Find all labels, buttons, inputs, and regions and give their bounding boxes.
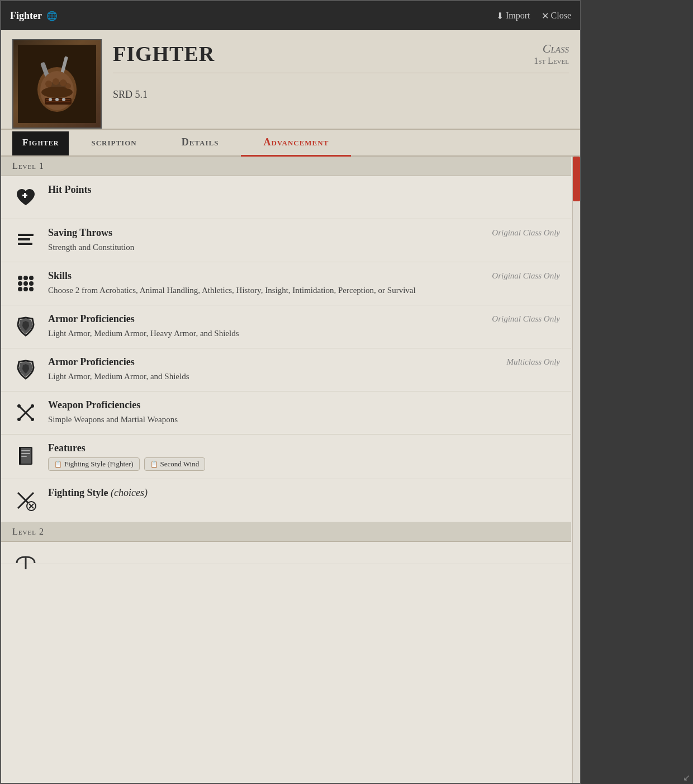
saving-throws-desc: Strength and Constitution: [48, 241, 560, 254]
feature-features: Features 📋 Fighting Style (Fighter) 📋 Se…: [1, 434, 571, 479]
fighting-style-choices-title-row: Fighting Style (choices): [48, 487, 560, 499]
title-bar-right: ⬇ Import ✕ Close: [496, 11, 571, 21]
features-book-icon: [12, 442, 39, 469]
svg-point-25: [23, 281, 28, 286]
svg-rect-38: [21, 450, 30, 451]
tab-description[interactable]: scription: [69, 130, 159, 157]
armor-original-title: Armor Proficiencies: [48, 313, 135, 325]
hit-points-title: Hit Points: [48, 184, 92, 196]
weapon-prof-content: Weapon Proficiencies Simple Weapons and …: [48, 399, 560, 426]
title-bar: Fighter 🌐 ⬇ Import ✕ Close: [1, 1, 580, 30]
feature-armor-original: Armor Proficiencies Original Class Only …: [1, 305, 571, 348]
import-button[interactable]: ⬇ Import: [496, 11, 530, 21]
tag-fighting-style[interactable]: 📋 Fighting Style (Fighter): [48, 457, 140, 471]
skills-content: Skills Original Class Only Choose 2 from…: [48, 270, 560, 297]
armor-multi-desc: Light Armor, Medium Armor, and Shields: [48, 370, 560, 383]
svg-rect-41: [19, 447, 21, 465]
armor-multi-title: Armor Proficiencies: [48, 356, 135, 368]
svg-point-9: [53, 78, 59, 85]
svg-point-28: [23, 287, 28, 291]
class-type-block: Class 1st Level: [534, 41, 569, 66]
armor-original-content: Armor Proficiencies Original Class Only …: [48, 313, 560, 340]
armor-original-desc: Light Armor, Medium Armor, Heavy Armor, …: [48, 327, 560, 340]
tab-fighter[interactable]: Fighter: [12, 131, 69, 155]
level-2-placeholder: [1, 542, 571, 564]
class-header: Fighter Class 1st Level SRD 5.1: [1, 30, 580, 130]
level-1-header: Level 1: [1, 157, 571, 176]
import-icon: ⬇: [496, 11, 504, 21]
tabs-bar: Fighter scription Details Advancement: [1, 130, 580, 157]
header-title-row: Fighter Class 1st Level: [113, 41, 569, 66]
skills-title-row: Skills Original Class Only: [48, 270, 560, 282]
svg-point-24: [18, 281, 22, 286]
scrollbar-thumb[interactable]: [573, 157, 580, 201]
svg-point-17: [62, 98, 65, 101]
features-title: Features: [48, 442, 86, 454]
feature-tags: 📋 Fighting Style (Fighter) 📋 Second Wind: [48, 457, 560, 471]
weapon-icon: [12, 399, 39, 426]
svg-rect-39: [21, 453, 30, 454]
feature-hit-points: Hit Points: [1, 176, 571, 219]
svg-rect-40: [21, 456, 27, 457]
svg-point-26: [29, 281, 34, 286]
window-title: Fighter: [10, 10, 42, 22]
svg-point-29: [29, 287, 34, 291]
tab-details[interactable]: Details: [159, 130, 241, 157]
svg-point-32: [17, 404, 21, 408]
scrollbar-track[interactable]: [572, 157, 580, 783]
tag-second-wind-icon: 📋: [150, 461, 158, 468]
main-window: Fighter 🌐 ⬇ Import ✕ Close: [0, 0, 581, 784]
skills-title: Skills: [48, 270, 72, 282]
fighting-style-choices-title: Fighting Style (choices): [48, 487, 148, 499]
hit-points-content: Hit Points: [48, 184, 560, 196]
class-name: Fighter: [113, 41, 215, 66]
svg-point-33: [31, 418, 34, 421]
close-button[interactable]: ✕ Close: [542, 11, 571, 21]
saving-throws-content: Saving Throws Original Class Only Streng…: [48, 227, 560, 254]
tag-fighting-style-icon: 📋: [54, 461, 62, 468]
svg-point-34: [31, 404, 34, 408]
portrait-image: [13, 40, 101, 127]
globe-icon: 🌐: [46, 11, 58, 21]
tag-second-wind[interactable]: 📋 Second Wind: [144, 457, 206, 471]
svg-point-16: [55, 98, 59, 101]
feature-saving-throws: Saving Throws Original Class Only Streng…: [1, 219, 571, 262]
source-label: SRD 5.1: [113, 89, 569, 101]
svg-point-23: [29, 276, 34, 280]
svg-point-22: [23, 276, 28, 280]
svg-point-21: [18, 276, 22, 280]
saving-throws-icon: [12, 227, 39, 254]
portrait: [12, 39, 102, 129]
armor-original-restriction: Original Class Only: [492, 314, 560, 324]
armor-original-icon: [12, 313, 39, 340]
features-content: Features 📋 Fighting Style (Fighter) 📋 Se…: [48, 442, 560, 471]
level-2-placeholder-icon: [12, 550, 39, 577]
svg-rect-18: [18, 234, 34, 236]
feature-fighting-style-choices: Fighting Style (choices): [1, 479, 571, 522]
armor-multi-icon: [12, 356, 39, 383]
armor-multi-content: Armor Proficiencies Multiclass Only Ligh…: [48, 356, 560, 383]
close-x-icon: ✕: [542, 11, 549, 21]
armor-original-title-row: Armor Proficiencies Original Class Only: [48, 313, 560, 325]
svg-point-8: [45, 81, 52, 87]
title-bar-left: Fighter 🌐: [10, 10, 58, 22]
svg-point-11: [65, 83, 71, 89]
feature-armor-multi: Armor Proficiencies Multiclass Only Ligh…: [1, 348, 571, 391]
hit-points-icon: [12, 184, 39, 211]
fighting-style-choices-content: Fighting Style (choices): [48, 487, 560, 499]
svg-point-27: [18, 287, 22, 291]
skills-desc: Choose 2 from Acrobatics, Animal Handlin…: [48, 284, 560, 297]
skills-restriction: Original Class Only: [492, 271, 560, 281]
weapon-prof-title-row: Weapon Proficiencies: [48, 399, 560, 411]
weapon-prof-desc: Simple Weapons and Martial Weapons: [48, 413, 560, 426]
tab-advancement[interactable]: Advancement: [241, 130, 351, 157]
armor-multi-restriction: Multiclass Only: [507, 357, 560, 367]
feature-weapon-prof: Weapon Proficiencies Simple Weapons and …: [1, 391, 571, 434]
saving-throws-title-row: Saving Throws Original Class Only: [48, 227, 560, 239]
features-title-row: Features: [48, 442, 560, 454]
content-area[interactable]: Level 1 Hit Points: [1, 157, 580, 783]
level-2-header: Level 2: [1, 522, 571, 542]
feature-skills: Skills Original Class Only Choose 2 from…: [1, 262, 571, 305]
svg-point-35: [17, 418, 21, 421]
class-type-label: Class: [534, 41, 569, 56]
